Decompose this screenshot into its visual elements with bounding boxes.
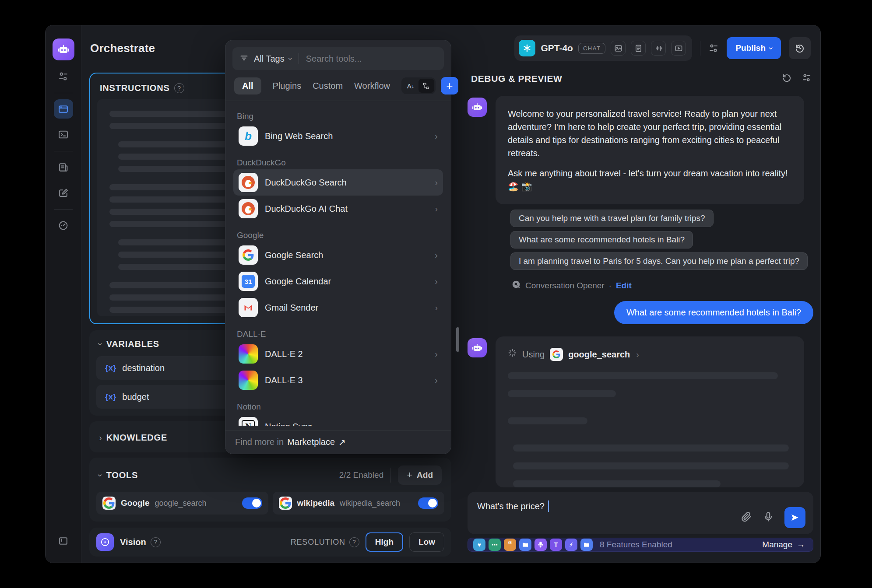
help-icon[interactable]: ? — [349, 537, 359, 547]
tool-usage-row[interactable]: Using google_search › — [508, 348, 792, 361]
notion-logo: N — [239, 417, 258, 426]
marketplace-footer[interactable]: Find more in Marketplace ↗ — [225, 430, 451, 454]
model-mode-badge: CHAT — [578, 43, 605, 54]
attach-file-icon[interactable] — [741, 511, 752, 524]
help-icon[interactable]: ? — [174, 83, 184, 93]
tool-search-bar[interactable]: All Tags › — [232, 47, 444, 70]
suggestion-chips: Can you help me with a travel plan for f… — [510, 210, 813, 270]
settings-sliders-icon[interactable] — [708, 43, 719, 53]
sort-alpha-icon[interactable]: A↓ — [403, 79, 418, 93]
variables-title: VARIABLES — [106, 339, 159, 349]
opener-separator: · — [609, 281, 612, 290]
gmail-logo — [239, 298, 258, 317]
tab-plugins[interactable]: Plugins — [273, 77, 302, 94]
sort-group-icon[interactable] — [418, 79, 434, 93]
arrow-right-icon: → — [797, 540, 805, 550]
microphone-icon — [534, 539, 547, 551]
chevron-right-icon: › — [435, 375, 438, 385]
publish-button[interactable]: Publish› — [727, 37, 781, 59]
resolution-high-button[interactable]: High — [366, 532, 403, 552]
sidebar-item-logs[interactable] — [54, 158, 73, 177]
suggestion-chip[interactable]: What are some recommended hotels in Bali… — [510, 231, 693, 248]
sliders-icon[interactable] — [54, 66, 73, 86]
manage-features-link[interactable]: Manage → — [762, 540, 805, 550]
scrollbar-thumb[interactable] — [456, 327, 459, 352]
sidebar-item-performance[interactable] — [54, 216, 73, 235]
tool-item-google-calendar[interactable]: 31Google Calendar› — [233, 268, 443, 294]
sidebar-item-terminal[interactable] — [54, 125, 73, 144]
preview-settings-icon[interactable] — [802, 73, 812, 84]
chevron-right-icon[interactable]: › — [99, 433, 102, 443]
tool-section-label: DuckDuckGo — [237, 158, 440, 168]
external-link-icon: ↗ — [338, 437, 346, 448]
create-tool-button[interactable]: + — [441, 77, 458, 94]
tag-filter-dropdown[interactable]: All Tags › — [254, 54, 292, 64]
sidebar-divider — [54, 209, 73, 210]
composer-input[interactable]: What's the price? — [477, 501, 545, 511]
tool-item-notion-sync[interactable]: NNotion Sync› — [233, 413, 443, 426]
tool-item-dall-e-2[interactable]: DALL·E 2› — [233, 341, 443, 367]
tool-item-dall-e-3[interactable]: DALL·E 3› — [233, 367, 443, 393]
tool-picker-tabs: AllPluginsCustomWorkflow A↓ + — [232, 70, 444, 101]
tool-toggle[interactable] — [418, 497, 438, 509]
tool-item-duckduckgo-ai-chat[interactable]: DuckDuckGo AI Chat› — [233, 196, 443, 222]
tool-toggle[interactable] — [242, 497, 262, 509]
gcal-logo: 31 — [239, 272, 258, 291]
tool-item-gmail-sender[interactable]: Gmail Sender› — [233, 294, 443, 321]
chat-composer[interactable]: What's the price? — [468, 492, 813, 534]
send-button[interactable] — [784, 507, 805, 528]
marketplace-link[interactable]: Marketplace — [287, 437, 335, 447]
model-selector[interactable]: GPT-4o CHAT — [514, 35, 692, 61]
sidebar-item-compose[interactable] — [54, 183, 73, 202]
resolution-label: RESOLUTION — [291, 538, 345, 547]
reset-chat-icon[interactable] — [782, 73, 792, 84]
sidebar-item-builder[interactable] — [54, 99, 73, 119]
tab-custom[interactable]: Custom — [313, 77, 343, 94]
tool-picker-popup: All Tags › AllPluginsCustomWorkflow A↓ +… — [225, 40, 451, 454]
chevron-right-icon: › — [435, 276, 438, 287]
tab-workflow[interactable]: Workflow — [354, 77, 390, 94]
document-capability-icon — [631, 41, 646, 56]
suggestion-chip[interactable]: I am planning travel to Paris for 5 days… — [510, 252, 808, 270]
history-button[interactable] — [789, 37, 811, 59]
folder-upload-icon — [519, 539, 531, 551]
help-icon[interactable]: ? — [151, 537, 161, 547]
tab-all[interactable]: All — [234, 77, 261, 94]
tool-item-bing-web-search[interactable]: bBing Web Search› — [233, 123, 443, 149]
sidebar-divider — [54, 151, 73, 151]
suggestion-chip[interactable]: Can you help me with a travel plan for f… — [510, 210, 714, 227]
sidebar — [46, 25, 81, 563]
tool-item-duckduckgo-search[interactable]: DuckDuckGo Search› — [233, 169, 443, 196]
bot-avatar — [468, 338, 487, 357]
welcome-paragraph-1: Welcome to your personalized travel serv… — [508, 107, 792, 160]
skeleton-line — [508, 372, 778, 379]
app-logo-robot-icon[interactable] — [53, 38, 74, 60]
vision-sparkle-icon — [96, 533, 114, 551]
card-dots-icon: ⋯ — [489, 539, 501, 551]
vision-section: Vision ? RESOLUTION? High Low — [89, 528, 451, 556]
bing-logo: b — [239, 126, 258, 146]
model-name: GPT-4o — [541, 43, 573, 53]
chevron-down-icon[interactable]: › — [95, 343, 105, 346]
skeleton-line — [508, 417, 587, 424]
edit-opener-link[interactable]: Edit — [616, 281, 632, 290]
tools-divider — [390, 468, 391, 483]
quote-icon: “ — [504, 539, 516, 551]
chevron-down-icon[interactable]: › — [95, 474, 105, 477]
tool-search-input[interactable] — [306, 54, 402, 64]
chevron-right-icon: › — [435, 303, 438, 313]
openai-logo-icon — [519, 40, 535, 56]
text-cursor — [548, 500, 549, 512]
opener-label: Conversation Opener — [525, 281, 605, 290]
features-bar: ♥⋯“T⚡ 8 Features Enabled Manage → — [468, 538, 813, 552]
collapse-sidebar-icon[interactable] — [54, 531, 73, 550]
chevron-right-icon: › — [435, 178, 438, 188]
chevron-right-icon: › — [435, 204, 438, 214]
microphone-icon[interactable] — [763, 511, 774, 524]
bot-message: Welcome to your personalized travel serv… — [468, 96, 813, 204]
duckduckgo-logo — [239, 173, 258, 192]
welcome-paragraph-2: Ask me anything about travel - let's tur… — [508, 167, 792, 193]
add-tool-button[interactable]: +Add — [398, 466, 442, 485]
resolution-low-button[interactable]: Low — [409, 532, 444, 552]
tool-item-google-search[interactable]: Google Search› — [233, 242, 443, 268]
